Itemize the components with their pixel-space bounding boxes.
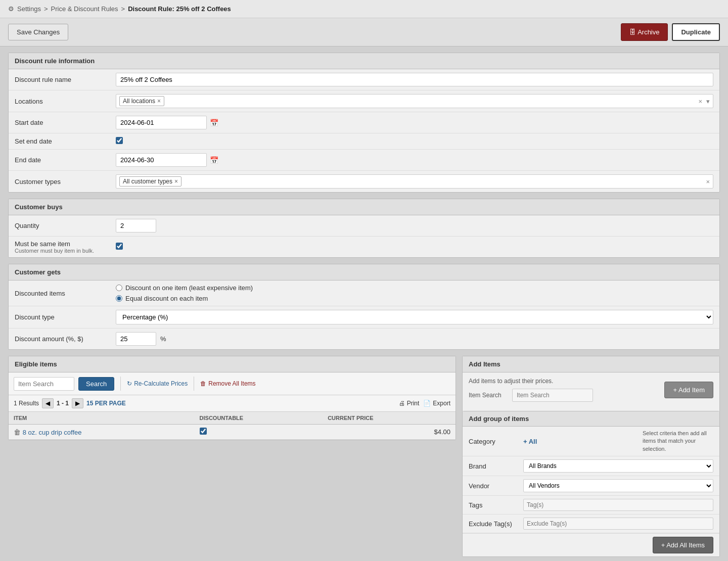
col-item: ITEM [9, 412, 195, 425]
locations-tag: All locations × [119, 96, 164, 106]
exclude-tags-row: Exclude Tag(s) [463, 515, 719, 533]
radio-option2[interactable]: Equal discount on each item [116, 295, 713, 302]
add-group-section: Add group of items Category + All Select… [463, 411, 719, 556]
end-date-input[interactable] [116, 153, 207, 167]
discount-type-select[interactable]: Percentage (%) [116, 310, 713, 324]
tags-row: Tags [463, 496, 719, 515]
page-info: 1 - 1 [57, 400, 69, 407]
archive-button[interactable]: 🗄 Archive [621, 23, 668, 41]
prev-page-button[interactable]: ◀ [42, 398, 54, 408]
export-icon: 📄 [423, 400, 431, 407]
recalculate-button[interactable]: ↻ Re-Calculate Prices [127, 380, 188, 387]
radio-option1-input[interactable] [116, 285, 122, 291]
locations-row: Locations All locations × × ▾ [9, 90, 719, 112]
quantity-label: Quantity [15, 222, 116, 229]
bottom-split: Eligible items Search ↻ Re-Calculate Pri… [8, 356, 720, 557]
save-changes-button[interactable]: Save Changes [8, 24, 68, 40]
radio-option1-label: Discount on one item (least expensive it… [125, 284, 253, 292]
exclude-tags-input[interactable] [523, 518, 713, 530]
add-items-description: Add items to adjust their prices. [469, 378, 593, 385]
vendor-row: Vendor All Vendors [463, 476, 719, 496]
end-date-calendar-icon[interactable]: 📅 [210, 156, 218, 164]
breadcrumb: ⚙ Settings > Price & Discount Rules > Di… [0, 0, 728, 18]
same-item-row: Must be same item Customer must buy item… [9, 237, 719, 257]
add-item-search-label: Item Search [469, 392, 509, 399]
item-price: $4.00 [323, 425, 456, 440]
export-button[interactable]: 📄 Export [423, 400, 450, 407]
pagination-bar: 1 Results ◀ 1 - 1 ▶ 15 PER PAGE 🖨 Print … [9, 395, 456, 412]
customer-types-row: Customer types All customer types × × [9, 171, 719, 192]
set-end-date-checkbox[interactable] [116, 137, 123, 144]
results-count: 1 Results [14, 400, 39, 407]
discounted-items-label: Discounted items [15, 290, 116, 297]
add-item-search-input[interactable] [512, 389, 593, 402]
item-search-input[interactable] [14, 377, 74, 391]
radio-option2-input[interactable] [116, 295, 122, 302]
remove-all-button[interactable]: 🗑 Remove All Items [200, 380, 255, 387]
locations-arrow[interactable]: ▾ [706, 98, 710, 105]
end-date-label: End date [15, 156, 116, 164]
col-price: CURRENT PRICE [323, 412, 456, 425]
top-toolbar: Save Changes 🗄 Archive Duplicate [0, 18, 728, 46]
locations-select[interactable]: All locations × × ▾ [116, 94, 713, 108]
customer-types-label: Customer types [15, 178, 116, 185]
recalc-icon: ↻ [127, 380, 132, 387]
add-group-body: Category + All Select criteria then add … [463, 427, 719, 556]
archive-icon: 🗄 [629, 28, 636, 36]
discount-amount-label: Discount amount (%, $) [15, 335, 116, 343]
eligible-toolbar: Search ↻ Re-Calculate Prices 🗑 Remove Al… [9, 372, 456, 395]
radio-option1[interactable]: Discount on one item (least expensive it… [116, 284, 713, 292]
eligible-items-header: Eligible items [9, 356, 456, 372]
customer-buys-header: Customer buys [9, 199, 719, 215]
per-page[interactable]: 15 PER PAGE [86, 400, 126, 407]
category-label: Category [469, 438, 519, 445]
customer-gets-header: Customer gets [9, 264, 719, 280]
customer-types-select[interactable]: All customer types × × [116, 174, 713, 189]
add-item-button[interactable]: + Add Item [664, 382, 713, 398]
end-date-row: End date 📅 [9, 150, 719, 171]
brand-select[interactable]: All Brands [523, 459, 713, 473]
duplicate-button[interactable]: Duplicate [672, 23, 720, 41]
print-button[interactable]: 🖨 Print [399, 400, 420, 407]
locations-tag-remove[interactable]: × [157, 98, 161, 105]
add-items-body: Add items to adjust their prices. Item S… [463, 372, 719, 411]
start-date-input[interactable] [116, 116, 207, 129]
quantity-input[interactable] [116, 219, 156, 232]
customer-types-tag-remove[interactable]: × [174, 178, 178, 185]
quantity-row: Quantity [9, 215, 719, 237]
vendor-label: Vendor [469, 482, 519, 490]
brand-label: Brand [469, 462, 519, 470]
locations-clear[interactable]: × [698, 98, 702, 105]
search-button[interactable]: Search [78, 377, 114, 391]
same-item-label: Must be same item [15, 240, 116, 248]
main-content: Discount rule information Discount rule … [0, 46, 728, 561]
name-row: Discount rule name [9, 69, 719, 90]
customer-types-clear[interactable]: × [706, 178, 710, 185]
next-page-button[interactable]: ▶ [72, 398, 83, 408]
breadcrumb-settings[interactable]: Settings [17, 5, 41, 13]
same-item-checkbox[interactable] [116, 243, 123, 250]
add-all-btn-row: + Add All Items [463, 533, 719, 556]
print-icon: 🖨 [399, 400, 405, 407]
col-discountable: DISCOUNTABLE [195, 412, 323, 425]
items-table: ITEM DISCOUNTABLE CURRENT PRICE 🗑 8 oz. … [9, 412, 456, 440]
category-value[interactable]: + All [523, 438, 537, 445]
radio-option2-label: Equal discount on each item [125, 295, 208, 302]
discounted-items-row: Discounted items Discount on one item (l… [9, 280, 719, 306]
add-all-items-button[interactable]: + Add All Items [653, 537, 713, 553]
item-link[interactable]: 8 oz. cup drip coffee [23, 429, 82, 436]
add-items-card: Add Items Add items to adjust their pric… [462, 356, 720, 557]
customer-types-tag: All customer types × [119, 176, 181, 186]
trash-icon: 🗑 [200, 380, 206, 387]
start-date-row: Start date 📅 [9, 112, 719, 133]
vendor-select[interactable]: All Vendors [523, 479, 713, 492]
add-group-header: Add group of items [463, 411, 719, 427]
start-date-calendar-icon[interactable]: 📅 [210, 119, 218, 127]
name-input[interactable] [116, 73, 713, 86]
customer-buys-section: Customer buys Quantity Must be same item… [8, 199, 720, 258]
discountable-checkbox[interactable] [200, 428, 207, 435]
breadcrumb-price-rules[interactable]: Price & Discount Rules [51, 5, 118, 13]
discount-amount-input[interactable] [116, 332, 156, 346]
tags-input[interactable] [523, 499, 713, 511]
remove-item-button[interactable]: 🗑 [14, 428, 21, 436]
